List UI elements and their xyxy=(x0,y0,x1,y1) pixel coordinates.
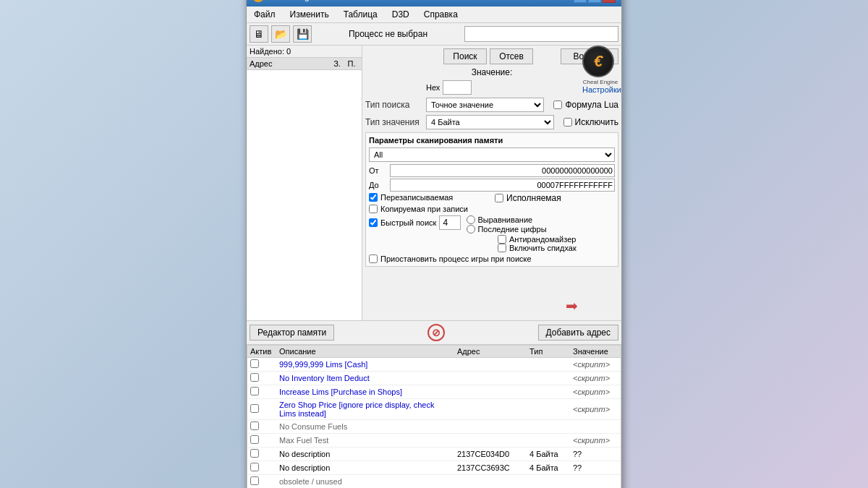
exclude-checkbox[interactable] xyxy=(563,118,572,127)
to-label: До xyxy=(369,181,387,189)
fast-scan-checkbox[interactable] xyxy=(369,218,378,227)
lua-formula-checkbox[interactable] xyxy=(553,100,562,109)
row-value: <скрипт> xyxy=(570,434,621,448)
title-bar: € Cheat Engine 7.1 ─ □ ✕ xyxy=(247,0,621,7)
row-address xyxy=(454,420,527,434)
menu-file[interactable]: Файл xyxy=(250,8,280,21)
value-type-label: Тип значения xyxy=(365,117,423,127)
found-count: Найдено: 0 xyxy=(247,46,362,58)
value-type-row: Тип значения 4 Байта Исключить xyxy=(365,115,618,129)
col-active-header: Актив xyxy=(247,346,276,358)
results-header: Адрес З. П. xyxy=(247,58,362,70)
from-input[interactable] xyxy=(390,164,615,177)
executable-label: Исполняемая xyxy=(506,193,561,203)
no-icon: ⊘ xyxy=(427,324,445,341)
row-type xyxy=(527,434,570,448)
bottom-toolbar: Редактор памяти ⊘ Добавить адрес xyxy=(247,320,621,345)
speedhack-label: Включить спидхак xyxy=(509,244,576,252)
search-type-row: Тип поиска Точное значение Формула Lua xyxy=(365,98,618,112)
row-active-checkbox[interactable] xyxy=(250,404,259,413)
main-content: Найдено: 0 Адрес З. П. € Cheat Engine На… xyxy=(247,46,621,320)
last-digits-radio[interactable] xyxy=(467,225,475,234)
row-value: <скрипт> xyxy=(570,358,621,372)
row-description-link[interactable]: Zero Shop Price [ignore price display, c… xyxy=(279,401,434,418)
align-radio[interactable] xyxy=(467,215,475,224)
table-row: No description2137CC3693C4 Байта?? xyxy=(247,461,621,475)
row-active-checkbox[interactable] xyxy=(250,359,259,368)
toolbar-open-file[interactable]: 📂 xyxy=(271,25,290,43)
writable-row: Перезаписываемая xyxy=(369,193,489,202)
row-active-checkbox[interactable] xyxy=(250,476,259,485)
menu-d3d[interactable]: D3D xyxy=(388,8,414,21)
table-row: No Consume Fuels xyxy=(247,420,621,434)
last-digits-label: Последние цифры xyxy=(477,225,546,234)
row-value xyxy=(570,475,621,489)
hex-label: Нех xyxy=(426,83,440,92)
col-value-header: Значение xyxy=(570,346,621,358)
toolbar-open-process[interactable]: 🖥 xyxy=(250,25,268,43)
row-description: No description xyxy=(279,450,330,458)
table-row: Zero Shop Price [ignore price display, c… xyxy=(247,399,621,420)
row-description-link[interactable]: No Inventory Item Deduct xyxy=(279,374,370,382)
row-description-link[interactable]: Increase Lims [Purchase in Shops] xyxy=(279,388,402,396)
search-type-label: Тип поиска xyxy=(365,100,423,110)
from-label: От xyxy=(369,166,387,175)
copy-on-write-label: Копируемая при записи xyxy=(380,205,468,213)
minimize-button[interactable]: ─ xyxy=(574,0,587,3)
cheat-table-section: Актив Описание Адрес Тип Значение 999,99… xyxy=(247,345,621,488)
row-value: ?? xyxy=(570,461,621,475)
process-input[interactable] xyxy=(464,26,618,42)
row-active-checkbox[interactable] xyxy=(250,373,259,382)
right-panel: € Cheat Engine Настройки Поиск Отсев Воз… xyxy=(362,46,621,320)
table-row: No description2137CE034D04 Байта?? xyxy=(247,448,621,461)
align-options: Выравнивание Последние цифры xyxy=(467,215,546,234)
menu-table[interactable]: Таблица xyxy=(339,8,382,21)
col-p-header: П. xyxy=(344,59,359,68)
close-button[interactable]: ✕ xyxy=(603,0,616,3)
col-description-header: Описание xyxy=(276,346,454,358)
suspend-checkbox[interactable] xyxy=(369,254,378,263)
memory-editor-button[interactable]: Редактор памяти xyxy=(250,325,334,341)
hex-input[interactable] xyxy=(443,80,472,95)
row-description: No description xyxy=(279,463,330,472)
filter-button[interactable]: Отсев xyxy=(490,48,533,64)
menu-edit[interactable]: Изменить xyxy=(286,8,333,21)
speedhack-row: Включить спидхак xyxy=(498,244,615,252)
value-label: Значение: xyxy=(472,67,513,77)
value-type-dropdown[interactable]: 4 Байта xyxy=(426,115,554,129)
fast-scan-row: Быстрый поиск xyxy=(369,215,461,230)
row-active-checkbox[interactable] xyxy=(250,463,259,471)
executable-checkbox[interactable] xyxy=(495,194,503,202)
row-active-checkbox[interactable] xyxy=(250,421,259,430)
copy-on-write-checkbox[interactable] xyxy=(369,205,378,213)
table-row: Increase Lims [Purchase in Shops]<скрипт… xyxy=(247,385,621,399)
col-type-header: Тип xyxy=(527,346,570,358)
memory-type-dropdown[interactable]: All xyxy=(369,147,615,162)
antirandom-checkbox[interactable] xyxy=(498,235,506,244)
row-active-checkbox[interactable] xyxy=(250,387,259,395)
row-active-checkbox[interactable] xyxy=(250,435,259,444)
row-type: 4 Байта xyxy=(527,448,570,461)
search-type-dropdown[interactable]: Точное значение xyxy=(426,98,544,112)
settings-button[interactable]: Настройки xyxy=(582,85,618,94)
hex-row: Нех xyxy=(365,80,618,95)
writable-checkbox[interactable] xyxy=(369,193,378,202)
row-address xyxy=(454,399,527,420)
to-row: До xyxy=(369,179,615,192)
fast-scan-input[interactable] xyxy=(439,215,461,230)
toolbar-save[interactable]: 💾 xyxy=(293,25,312,43)
menu-help[interactable]: Справка xyxy=(420,8,462,21)
speedhack-checkbox[interactable] xyxy=(498,244,506,252)
scan-params-title: Параметры сканирования памяти xyxy=(369,136,615,145)
maximize-button[interactable]: □ xyxy=(588,0,601,3)
antirandom-label: Антирандомайзер xyxy=(509,235,576,244)
add-address-button[interactable]: Добавить адрес xyxy=(538,325,618,341)
row-description-link[interactable]: 999,999,999 Lims [Cash] xyxy=(279,360,367,369)
row-active-checkbox[interactable] xyxy=(250,449,259,458)
row-address xyxy=(454,434,527,448)
search-button[interactable]: Поиск xyxy=(443,48,487,64)
from-row: От xyxy=(369,164,615,177)
suspend-row: Приостановить процесс игры при поиске xyxy=(369,254,615,263)
row-address: 2137CC3693C xyxy=(454,461,527,475)
to-input[interactable] xyxy=(390,179,615,192)
